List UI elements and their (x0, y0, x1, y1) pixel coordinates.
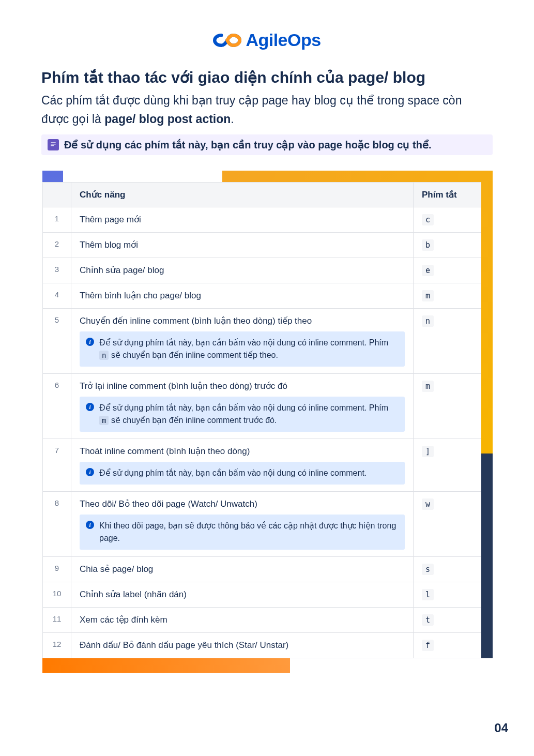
row-number: 11 (43, 608, 71, 632)
row-number: 6 (43, 374, 71, 439)
key-badge: n (422, 315, 434, 327)
key-badge: e (422, 265, 434, 276)
row-function: Thêm page mới (71, 207, 414, 232)
row-function: Chỉnh sửa label (nhãn dán) (71, 582, 414, 607)
table-row: 9Chia sẻ page/ blogs (43, 557, 481, 582)
note-text: Để sử dụng phím tắt này, bạn cần bấm vào… (99, 467, 367, 479)
shortcuts-table: Chức năng Phím tắt 1Thêm page mớic2Thêm … (42, 182, 481, 658)
info-icon: i (86, 521, 94, 529)
table-row: 11Xem các tệp đính kèmt (43, 608, 481, 633)
inline-key: m (99, 416, 109, 425)
inline-key: n (99, 351, 109, 360)
note-text: Để sử dụng phím tắt này, bạn cần bấm vào… (99, 402, 399, 427)
row-note: iĐể sử dụng phím tắt này, bạn cần bấm và… (80, 331, 405, 367)
row-number: 1 (43, 207, 71, 232)
svg-rect-1 (51, 144, 55, 145)
row-function: Xem các tệp đính kèm (71, 608, 414, 632)
row-number: 9 (43, 557, 71, 582)
table-row: 1Thêm page mớic (43, 207, 481, 233)
row-function: Thêm bình luận cho page/ blog (71, 283, 414, 308)
row-function: Thoát inline comment (bình luận theo dòn… (71, 439, 414, 491)
col-header-func: Chức năng (71, 183, 414, 207)
table-row: 12Đánh dấu/ Bỏ đánh dấu page yêu thích (… (43, 633, 481, 658)
callout-note: Để sử dụng các phím tắt này, bạn cần tru… (41, 134, 493, 155)
page-number: 04 (494, 721, 508, 735)
key-badge: f (422, 640, 434, 651)
key-badge: c (422, 214, 434, 225)
row-number: 3 (43, 258, 71, 283)
table-row: 4Thêm bình luận cho page/ blogm (43, 283, 481, 309)
row-number: 2 (43, 233, 71, 258)
row-key: f (414, 633, 481, 658)
row-key: b (414, 233, 481, 258)
table-row: 5Chuyển đến inline comment (bình luận th… (43, 309, 481, 374)
table-header: Chức năng Phím tắt (43, 183, 481, 207)
row-key: t (414, 608, 481, 632)
key-badge: w (422, 498, 434, 510)
table-row: 7Thoát inline comment (bình luận theo dò… (43, 439, 481, 492)
table-row: 2Thêm blog mớib (43, 233, 481, 258)
row-function: Chỉnh sửa page/ blog (71, 258, 414, 283)
row-key: m (414, 283, 481, 308)
callout-text: Để sử dụng các phím tắt này, bạn cần tru… (64, 139, 431, 151)
key-badge: s (422, 564, 434, 575)
row-key: w (414, 492, 481, 556)
row-key: n (414, 309, 481, 373)
table-row: 10Chỉnh sửa label (nhãn dán)l (43, 582, 481, 608)
row-key: l (414, 582, 481, 607)
row-number: 4 (43, 283, 71, 308)
intro-suffix: . (231, 112, 234, 126)
key-badge: l (422, 589, 434, 600)
row-number: 7 (43, 439, 71, 491)
row-note: iĐể sử dụng phím tắt này, bạn cần bấm và… (80, 462, 405, 485)
row-key: e (414, 258, 481, 283)
info-icon: i (86, 338, 94, 346)
key-badge: b (422, 239, 434, 251)
row-function: Đánh dấu/ Bỏ đánh dấu page yêu thích (St… (71, 633, 414, 658)
note-text: Để sử dụng phím tắt này, bạn cần bấm vào… (99, 337, 399, 361)
page-title: Phím tắt thao tác với giao diện chính củ… (41, 68, 493, 86)
header-logo: AgileOps (0, 0, 534, 68)
row-key: m (414, 374, 481, 439)
row-key: ] (414, 439, 481, 491)
row-number: 12 (43, 633, 71, 658)
table-row: 8Theo dõi/ Bỏ theo dõi page (Watch/ Unwa… (43, 492, 481, 557)
key-badge: ] (422, 446, 434, 457)
svg-rect-2 (51, 145, 54, 146)
col-header-key: Phím tắt (414, 183, 481, 207)
key-badge: m (422, 381, 434, 392)
row-number: 5 (43, 309, 71, 373)
row-function: Chuyển đến inline comment (bình luận the… (71, 309, 414, 373)
logo-infinity-icon (213, 31, 241, 50)
row-key: s (414, 557, 481, 582)
row-note: iĐể sử dụng phím tắt này, bạn cần bấm và… (80, 397, 405, 432)
row-note: iKhi theo dõi page, bạn sẽ được thông bá… (80, 515, 405, 550)
info-icon: i (86, 403, 94, 411)
intro-bold: page/ blog post action (104, 112, 231, 126)
note-text: Khi theo dõi page, bạn sẽ được thông báo… (99, 520, 399, 545)
intro-text: Các phím tắt được dùng khi bạn truy cập … (41, 92, 493, 128)
row-number: 8 (43, 492, 71, 556)
table-row: 6Trở lại inline comment (bình luận theo … (43, 374, 481, 439)
row-function: Thêm blog mới (71, 233, 414, 258)
key-badge: m (422, 290, 434, 301)
table-row: 3Chỉnh sửa page/ bloge (43, 258, 481, 283)
info-icon: i (86, 468, 94, 476)
row-function: Chia sẻ page/ blog (71, 557, 414, 582)
row-function: Theo dõi/ Bỏ theo dõi page (Watch/ Unwat… (71, 492, 414, 556)
brand-name: AgileOps (246, 30, 321, 50)
key-badge: t (422, 614, 434, 626)
note-icon (48, 139, 59, 150)
table-frame: Chức năng Phím tắt 1Thêm page mớic2Thêm … (42, 171, 493, 658)
svg-rect-0 (51, 143, 55, 143)
row-function: Trở lại inline comment (bình luận theo d… (71, 374, 414, 439)
row-key: c (414, 207, 481, 232)
row-number: 10 (43, 582, 71, 607)
